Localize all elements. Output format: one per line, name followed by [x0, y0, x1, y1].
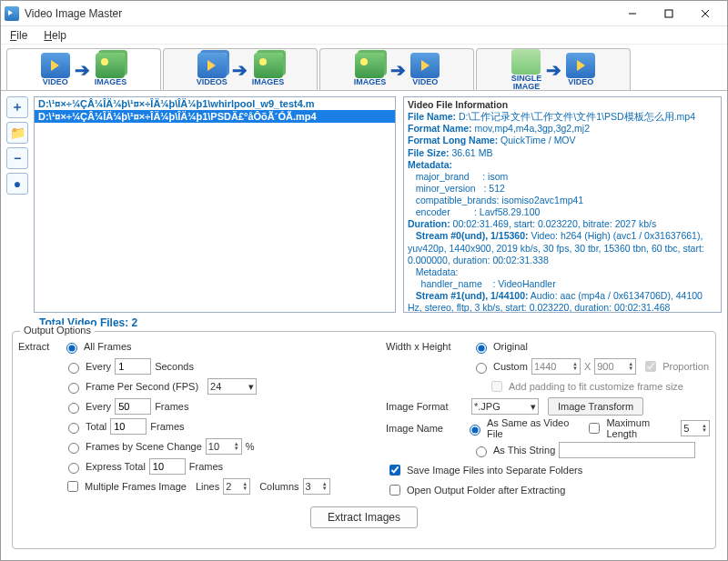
input-total-frames[interactable]: [110, 418, 147, 435]
radio-all-frames[interactable]: [66, 343, 77, 354]
check-label: Save Image Files into Separate Folders: [407, 465, 582, 476]
info-title: Video File Information: [408, 99, 717, 111]
lines-label: Lines: [196, 481, 219, 492]
radio-express-total[interactable]: [68, 463, 79, 474]
extract-label: Extract: [18, 341, 58, 352]
add-file-button[interactable]: ＋: [6, 96, 28, 118]
images-icon: [355, 53, 384, 78]
check-add-padding: [491, 381, 502, 392]
app-icon: [5, 6, 19, 21]
check-multiple-frames[interactable]: [67, 481, 78, 492]
single-image-icon: [511, 49, 541, 75]
input-express-total[interactable]: [149, 458, 186, 475]
check-label: Proportion: [662, 361, 709, 372]
check-separate-folders[interactable]: [389, 465, 400, 476]
check-proportion: [645, 361, 656, 372]
radio-name-same[interactable]: [470, 425, 480, 436]
output-options-group: Output Options Extract All Frames Every …: [12, 331, 716, 549]
file-row[interactable]: D:\¹¤×÷¼ÇÂ¼ÎÄ¼þ\¹¤×÷ÎÄ¼þ\ÎÄ¼þ1\whirlpool…: [35, 97, 395, 110]
check-max-length[interactable]: [589, 423, 600, 434]
radio-fps[interactable]: [68, 383, 79, 394]
tab-images-to-video[interactable]: IMAGES ➔ VIDEO: [319, 48, 474, 90]
radio-label: Frames by Scene Change: [86, 441, 202, 452]
radio-scene-change[interactable]: [68, 443, 79, 454]
arrow-right-icon: ➔: [390, 59, 406, 81]
close-button[interactable]: [687, 2, 723, 25]
video-file-list[interactable]: D:\¹¤×÷¼ÇÂ¼ÎÄ¼þ\¹¤×÷ÎÄ¼þ\ÎÄ¼þ1\whirlpool…: [34, 96, 396, 313]
check-label: Open Output Folder after Extracting: [407, 485, 565, 496]
select-fps[interactable]: 24▾: [207, 378, 257, 395]
columns-label: Columns: [259, 481, 298, 492]
spinner-height[interactable]: 900▲▼: [594, 358, 636, 375]
radio-every-seconds[interactable]: [68, 363, 79, 374]
input-every-seconds[interactable]: [115, 358, 151, 375]
input-name-string[interactable]: [559, 442, 695, 458]
spinner-width[interactable]: 1440▲▼: [531, 358, 581, 375]
tab-video-to-images[interactable]: VIDEO ➔ IMAGES: [6, 48, 161, 90]
menu-file[interactable]: File: [6, 28, 31, 43]
arrow-right-icon: ➔: [546, 59, 561, 81]
radio-label: All Frames: [84, 341, 132, 352]
image-transform-button[interactable]: Image Transform: [548, 397, 643, 416]
radio-label: Every: [86, 401, 111, 412]
select-image-format[interactable]: *.JPG▾: [471, 398, 539, 415]
video-icon: [566, 53, 595, 78]
radio-custom-size[interactable]: [476, 363, 487, 374]
radio-label: As Same as Video File: [487, 417, 580, 439]
image-name-label: Image Name: [386, 423, 461, 434]
spinner-max-length[interactable]: 5▲▼: [681, 420, 710, 436]
radio-every-frames[interactable]: [68, 403, 79, 414]
images-icon: [96, 53, 125, 78]
file-list-tools: ＋ 📁 − ●: [6, 96, 30, 313]
images-icon: [254, 53, 283, 78]
svg-rect-1: [665, 10, 672, 17]
radio-label: Express Total: [86, 461, 146, 472]
video-icon: [410, 53, 440, 78]
tab-label: SINGLE IMAGE: [511, 75, 542, 91]
spinner-lines[interactable]: 2▲▼: [223, 478, 250, 495]
output-options-legend: Output Options: [20, 325, 95, 336]
radio-original-size[interactable]: [476, 343, 487, 354]
window-title: Video Image Master: [25, 7, 614, 20]
unit-label: %: [246, 441, 255, 452]
radio-label: Total: [86, 421, 106, 432]
radio-label: Every: [86, 361, 111, 372]
menu-help[interactable]: Help: [40, 28, 70, 43]
unit-label: Frames: [155, 401, 188, 412]
image-format-label: Image Format: [386, 401, 468, 412]
total-video-files: Total Video Files: 2: [6, 313, 722, 329]
radio-total-frames[interactable]: [68, 423, 79, 434]
width-height-label: Width x Height: [386, 341, 468, 352]
unit-label: Frames: [150, 421, 184, 432]
minimize-button[interactable]: [614, 2, 651, 25]
check-label: Add padding to fit customize frame size: [509, 381, 683, 392]
arrow-right-icon: ➔: [75, 59, 90, 81]
tab-label: VIDEOS: [197, 78, 228, 86]
tab-label: IMAGES: [252, 78, 285, 86]
radio-label: Original: [493, 341, 528, 352]
tab-videos-to-images[interactable]: VIDEOS ➔ IMAGES: [163, 48, 318, 90]
remove-file-button[interactable]: −: [6, 147, 28, 169]
titlebar: Video Image Master: [1, 1, 727, 26]
check-label: Maximum Length: [606, 417, 677, 439]
tab-label: IMAGES: [95, 78, 127, 86]
tab-single-image-to-video[interactable]: SINGLE IMAGE ➔ VIDEO: [476, 48, 631, 90]
radio-label: As This String: [493, 445, 555, 456]
extract-images-button[interactable]: Extract Images: [310, 506, 418, 528]
spinner-scene-pct[interactable]: 10▲▼: [206, 438, 242, 455]
unit-label: Frames: [189, 461, 223, 472]
maximize-button[interactable]: [651, 2, 687, 25]
mode-tabs: VIDEO ➔ IMAGES VIDEOS ➔ IMAGES IMAGES: [1, 45, 727, 91]
batch-button[interactable]: ●: [6, 173, 28, 195]
file-row[interactable]: D:\¹¤×÷¼ÇÂ¼ÎÄ¼þ\¹¤×÷ÎÄ¼þ\ÎÄ¼þ1\PSDÄ£°åÔõ…: [35, 110, 395, 123]
radio-label: Frame Per Second (FPS): [86, 381, 198, 392]
arrow-right-icon: ➔: [232, 59, 248, 81]
check-label: Multiple Frames Image: [85, 481, 187, 492]
add-folder-button[interactable]: 📁: [6, 122, 28, 144]
radio-name-string[interactable]: [476, 446, 487, 457]
spinner-columns[interactable]: 3▲▼: [303, 478, 330, 495]
tab-label: VIDEO: [412, 78, 438, 86]
check-open-output[interactable]: [389, 485, 400, 496]
input-every-frames[interactable]: [115, 398, 151, 415]
radio-label: Custom: [493, 361, 528, 372]
